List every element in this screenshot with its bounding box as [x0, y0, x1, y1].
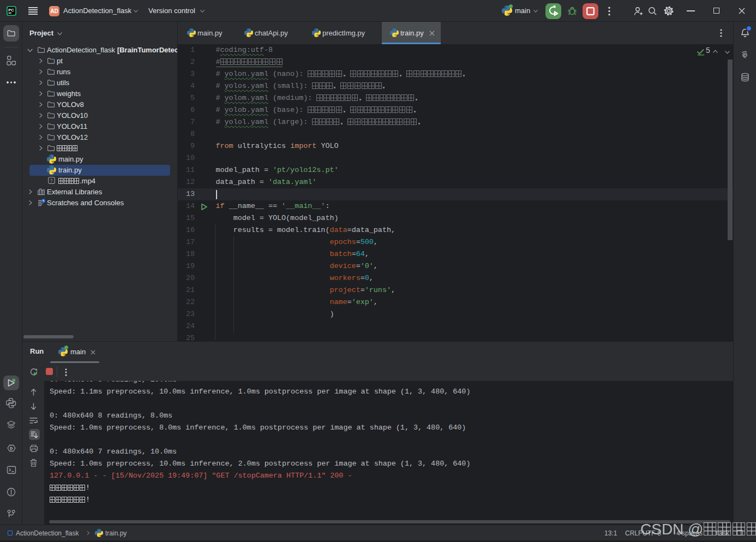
svg-text:?: ?: [50, 178, 53, 183]
svg-text:PC: PC: [8, 8, 14, 13]
